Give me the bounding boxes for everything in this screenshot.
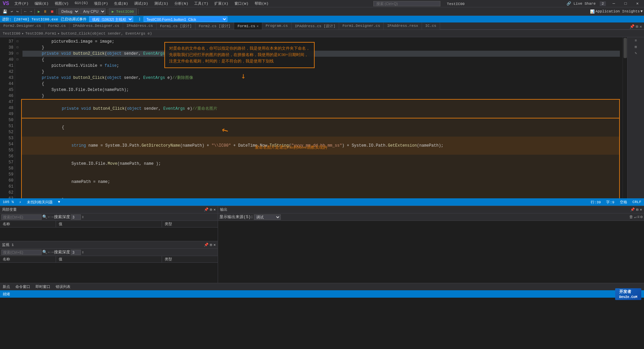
search-input[interactable] (373, 1, 440, 6)
menu-file[interactable]: 文件(F) (12, 0, 31, 7)
toolbar-start[interactable]: ▶ (36, 9, 41, 14)
menu-debug[interactable]: 调试(D) (131, 0, 151, 7)
process-combo[interactable]: TestIC00.Form1.button1_Click (144, 16, 227, 22)
watch-forward[interactable]: → (51, 250, 53, 255)
toolbar-back[interactable]: ← (23, 9, 28, 14)
tab-immediate[interactable]: 即时窗口 (36, 284, 50, 289)
code-content[interactable]: pictureBox1.image = image; } private voi… (20, 37, 623, 198)
locals-expand[interactable]: ⊟ (210, 207, 212, 212)
live-share-button[interactable]: 🔗 Live Share (567, 1, 596, 6)
tab-form2-designer[interactable]: Form2.Designer.cs (0, 22, 45, 30)
tabs-expand[interactable]: ⊞ (636, 24, 638, 29)
toolbar-pause[interactable]: ⏸ (42, 9, 48, 14)
watch-expand[interactable]: ⊟ (210, 243, 212, 247)
toolbar-forward[interactable]: → (29, 9, 34, 14)
menu-window[interactable]: 窗口(W) (232, 0, 251, 7)
app-insights-btn[interactable]: 📊 Application Insights ▼ (590, 9, 643, 14)
output-close[interactable]: ✕ (640, 207, 642, 212)
output-wrap[interactable]: ↵ (634, 214, 636, 219)
code-line-48: } (22, 93, 620, 99)
right-panel-btn3[interactable]: ✎ (635, 51, 637, 55)
watch-search[interactable] (1, 250, 42, 255)
menu-project[interactable]: 项目(P) (91, 0, 111, 7)
watch-columns: 名称 值 类型 (0, 256, 218, 263)
row-info: 行:39 (591, 200, 601, 205)
menu-test[interactable]: 测试(S) (152, 0, 171, 7)
tab-ipaddress-designer[interactable]: IPAddress.Designer.cs (69, 22, 123, 30)
toolbar-save[interactable]: 💾 (1, 9, 9, 14)
filter-icon[interactable]: ▼ (58, 200, 60, 204)
menu-view[interactable]: 视图(V) (52, 0, 71, 7)
minimize-button[interactable]: — (610, 1, 618, 7)
menu-help[interactable]: 帮助(H) (252, 0, 271, 7)
toolbar-redo[interactable]: ↪ (15, 9, 20, 14)
ready-status: 就绪 (3, 292, 10, 297)
right-panel-btn1[interactable]: ≡ (635, 39, 637, 43)
output-clear[interactable]: 🗑 (629, 214, 633, 219)
locals-depth-input[interactable] (71, 214, 81, 220)
tab-form1-designer[interactable]: Form1.Designer.cs (339, 22, 384, 30)
tab-form1-design[interactable]: Form1.cs [设计] (157, 22, 196, 30)
tab-form1-close[interactable]: ✕ (257, 24, 259, 28)
zoom-level[interactable]: 105 % (3, 200, 14, 204)
debug-config-combo[interactable]: Debug (58, 8, 79, 14)
menu-edit[interactable]: 编辑(E) (32, 0, 51, 7)
maximize-button[interactable]: □ (622, 1, 630, 7)
vs-icon: VS (3, 1, 9, 7)
locals-col-type: 类型 (162, 221, 218, 227)
tab-ipaddress-design[interactable]: IPAddress.cs [设计] (291, 22, 339, 30)
editor-scrollbar[interactable] (623, 37, 627, 198)
close-button[interactable]: ✕ (634, 0, 641, 7)
watch-content (0, 263, 218, 283)
locals-pin[interactable]: 📌 (204, 207, 209, 212)
locals-back[interactable]: ← (48, 215, 50, 219)
tab-form2-design[interactable]: Form2.cs [设计] (196, 22, 234, 30)
watch-depth-input[interactable] (71, 250, 81, 255)
toolbar-sep4 (107, 9, 107, 14)
toolbar-undo[interactable]: ↩ (9, 9, 14, 14)
tab-new-point[interactable]: 新点 (3, 284, 10, 289)
tab-ipaddress[interactable]: IPAddress.cs (123, 22, 157, 30)
cpu-combo[interactable]: Any CPU (80, 8, 106, 14)
output-source-label: 显示输出来源(S): (219, 214, 253, 220)
output-col-format[interactable]: ≡ (637, 215, 640, 219)
menu-analyze[interactable]: 分析(N) (172, 0, 191, 7)
output-settings[interactable]: ⚙ (640, 214, 643, 219)
watch-close[interactable]: ✕ (213, 243, 216, 247)
watch-pin[interactable]: 📌 (204, 243, 209, 247)
right-panel-btn2[interactable]: ⊞ (635, 45, 637, 49)
output-expand[interactable]: ⊟ (636, 207, 639, 212)
watch-col-name: 名称 (0, 256, 56, 262)
watch-search-btn[interactable]: 🔍 (42, 250, 47, 255)
tabs-close-all[interactable]: ✕ (640, 24, 642, 29)
bottom-tabs: 新点 命令窗口 即时窗口 错误列表 (0, 283, 644, 290)
locals-search-btn[interactable]: 🔍 (42, 214, 47, 219)
output-pin[interactable]: 📌 (630, 207, 635, 212)
menu-tools[interactable]: 工具(T) (192, 0, 211, 7)
code-line-50: private void button4_Click(object sender… (21, 99, 620, 118)
locals-forward[interactable]: → (51, 215, 53, 219)
tab-program[interactable]: Program.cs (262, 22, 291, 30)
menu-extensions[interactable]: 扩展(X) (212, 0, 231, 7)
thread-combo[interactable]: 线程: [10632] 主线程 (89, 16, 133, 22)
toolbar-stop[interactable]: ⏹ (49, 9, 55, 14)
tab-ic-cs[interactable]: IC.cs (422, 22, 440, 30)
locals-close[interactable]: ✕ (213, 207, 216, 212)
tab-error-list[interactable]: 错误列表 (56, 284, 70, 289)
tab-form2[interactable]: Form2.cs (45, 22, 69, 30)
locals-search[interactable] (1, 214, 42, 220)
tab-form1-cs[interactable]: Form1.cs ✕ (234, 22, 262, 30)
watch-back[interactable]: ← (48, 250, 50, 255)
menu-git[interactable]: Git(G) (72, 0, 91, 7)
code-line-47: System.IO.File.Delete(namePath); (22, 87, 620, 93)
output-source-combo[interactable]: 调试 (254, 214, 281, 220)
output-content (218, 221, 644, 283)
menu-build[interactable]: 生成(B) (111, 0, 131, 7)
watch-panel-header: 监视 1 📌 ⊟ ✕ (0, 241, 218, 249)
tab-command-window[interactable]: 命令窗口 (15, 284, 30, 289)
tabs-pin[interactable]: 📌 (630, 24, 635, 29)
col-info: 字:9 (606, 200, 614, 205)
toolbar-run-btn[interactable]: ▶ TestIC00 (109, 8, 137, 15)
locals-depth-arrows: ⇕ (82, 214, 84, 219)
tab-ipaddress-resx[interactable]: IPAddress.resx (384, 22, 422, 30)
